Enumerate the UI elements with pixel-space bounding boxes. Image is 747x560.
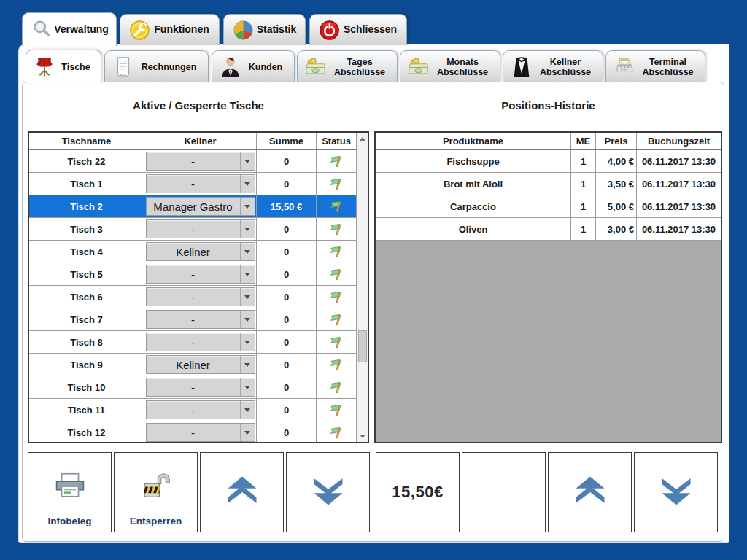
table-row[interactable]: Tisch 11-0 xyxy=(29,399,357,421)
tab-tische[interactable]: Tische xyxy=(26,50,101,83)
preis-cell: 4,00 € xyxy=(596,150,637,172)
table-row[interactable]: Tisch 7-0 xyxy=(29,308,357,331)
tables-scroll-down-button[interactable] xyxy=(286,452,370,532)
chevron-down-icon[interactable] xyxy=(240,356,255,373)
summe-cell: 0 xyxy=(257,286,317,308)
table-row[interactable]: Tisch 6-0 xyxy=(29,286,357,308)
tab-monats-abschluesse[interactable]: Monats Abschlüsse xyxy=(400,50,500,82)
table-row[interactable]: Tisch 2Manager Gastro15,50 € xyxy=(29,195,357,218)
kellner-select[interactable]: - xyxy=(146,265,255,284)
summe-cell: 15,50 € xyxy=(257,195,317,217)
table-row[interactable]: Tisch 10-0 xyxy=(29,376,357,399)
kellner-select[interactable]: - xyxy=(146,152,255,171)
buchungszeit-cell: 06.11.2017 13:30 xyxy=(637,150,721,172)
tables-scroll-up-button[interactable] xyxy=(200,452,284,532)
tab-verwaltung[interactable]: Verwaltung xyxy=(22,12,117,46)
tab-statistik[interactable]: Statistik xyxy=(223,14,306,45)
kellner-select[interactable]: - xyxy=(146,423,255,442)
table-row[interactable]: Tisch 9Kellner0 xyxy=(29,354,357,376)
scrollbar-up-button[interactable] xyxy=(357,133,368,144)
entsperren-button[interactable]: Entsperren xyxy=(114,452,198,532)
status-flag-icon xyxy=(329,200,344,214)
tab-tische-label: Tische xyxy=(55,62,96,72)
tab-rechnungen[interactable]: Rechnungen xyxy=(104,50,209,82)
table-row[interactable]: Tisch 12-0 xyxy=(29,421,357,442)
kellner-select[interactable]: - xyxy=(146,378,255,397)
table-row[interactable]: Tisch 4Kellner0 xyxy=(29,241,357,263)
tab-terminal-abschluesse[interactable]: Terminal Abschlüsse xyxy=(605,50,705,82)
status-flag-icon xyxy=(329,222,344,236)
table-row[interactable]: Tisch 1-0 xyxy=(29,173,357,195)
unlock-icon xyxy=(139,472,173,504)
chevron-down-icon[interactable] xyxy=(240,152,255,170)
power-icon xyxy=(319,20,340,41)
kellner-cell: - xyxy=(144,421,257,442)
total-amount-button[interactable]: 15,50€ xyxy=(376,452,460,532)
caret-down-icon xyxy=(244,318,250,324)
chevron-down-icon[interactable] xyxy=(240,378,255,396)
scrollbar-down-button[interactable] xyxy=(357,430,368,442)
history-scroll-up-button[interactable] xyxy=(548,452,632,532)
left-section-title: Aktive / Gesperrte Tische xyxy=(28,99,369,112)
scrollbar-thumb[interactable] xyxy=(358,330,367,362)
tischname-cell: Tisch 12 xyxy=(29,421,144,442)
history-row: Fischsuppe14,00 €06.11.2017 13:30 xyxy=(376,150,721,173)
buchungszeit-cell: 06.11.2017 13:30 xyxy=(637,173,721,195)
kellner-select-value: - xyxy=(147,401,240,419)
column-header-me: ME xyxy=(571,133,596,149)
column-header-produktname: Produktname xyxy=(376,133,571,149)
column-header-kellner: Kellner xyxy=(144,133,257,149)
kellner-select[interactable]: - xyxy=(146,310,255,329)
table-row[interactable]: Tisch 3-0 xyxy=(29,218,357,241)
kellner-select[interactable]: - xyxy=(146,400,255,419)
chevron-down-icon[interactable] xyxy=(240,424,255,441)
chevron-down-icon[interactable] xyxy=(240,220,255,238)
chevron-down-icon[interactable] xyxy=(240,333,255,351)
kellner-select[interactable]: Kellner xyxy=(146,355,255,374)
kellner-select[interactable]: - xyxy=(146,332,255,351)
table-row[interactable]: Tisch 8-0 xyxy=(29,331,357,354)
chevron-down-icon[interactable] xyxy=(240,198,255,215)
kellner-select-value: Kellner xyxy=(147,356,240,373)
kellner-select[interactable]: - xyxy=(146,219,255,238)
pie-chart-icon xyxy=(233,20,254,41)
tab-funktionen[interactable]: Funktionen xyxy=(120,14,220,45)
tischname-cell: Tisch 1 xyxy=(29,173,144,195)
produktname-cell: Brot mit Aioli xyxy=(376,173,571,195)
table-row[interactable]: Tisch 5-0 xyxy=(29,263,357,286)
kellner-cell: - xyxy=(144,308,257,330)
summe-cell: 0 xyxy=(257,263,317,285)
history-row: Brot mit Aioli13,50 €06.11.2017 13:30 xyxy=(376,173,721,195)
tab-schliessen-label: Schliessen xyxy=(340,24,400,36)
chevron-down-icon[interactable] xyxy=(240,175,255,192)
history-table-header: ProduktnameMEPreisBuchungszeit xyxy=(376,133,721,150)
kellner-select[interactable]: Manager Gastro xyxy=(146,197,255,216)
summe-cell: 0 xyxy=(257,331,317,353)
tab-tages-abschluesse[interactable]: Tages Abschlüsse xyxy=(297,50,398,82)
tischname-cell: Tisch 8 xyxy=(29,331,144,353)
caret-down-icon xyxy=(244,250,250,257)
infobeleg-button[interactable]: Infobeleg xyxy=(28,452,112,532)
kellner-select-value: - xyxy=(147,424,240,441)
chevron-down-icon[interactable] xyxy=(240,401,255,419)
column-header-preis: Preis xyxy=(596,133,637,149)
chevron-down-icon[interactable] xyxy=(240,288,255,306)
tab-kunden[interactable]: Kunden xyxy=(212,50,295,82)
tab-kellner-abschluesse[interactable]: Kellner Abschlüsse xyxy=(503,50,603,82)
tab-kellner-abschluesse-label: Kellner Abschlüsse xyxy=(533,57,598,77)
table-row[interactable]: Tisch 22-0 xyxy=(29,150,357,173)
chevron-down-icon[interactable] xyxy=(240,265,255,283)
blank-button[interactable] xyxy=(462,452,546,532)
kellner-cell: Kellner xyxy=(144,354,257,376)
summe-cell: 0 xyxy=(257,308,317,330)
kellner-select[interactable]: - xyxy=(146,174,255,193)
preis-cell: 3,00 € xyxy=(596,218,637,240)
tab-schliessen[interactable]: Schliessen xyxy=(309,14,407,45)
kellner-select[interactable]: Kellner xyxy=(146,242,255,261)
history-scroll-down-button[interactable] xyxy=(634,452,718,532)
tables-table-scrollbar[interactable] xyxy=(357,133,368,442)
status-flag-icon xyxy=(329,335,344,349)
chevron-down-icon[interactable] xyxy=(240,243,255,260)
chevron-down-icon[interactable] xyxy=(240,311,255,328)
kellner-select[interactable]: - xyxy=(146,287,255,306)
